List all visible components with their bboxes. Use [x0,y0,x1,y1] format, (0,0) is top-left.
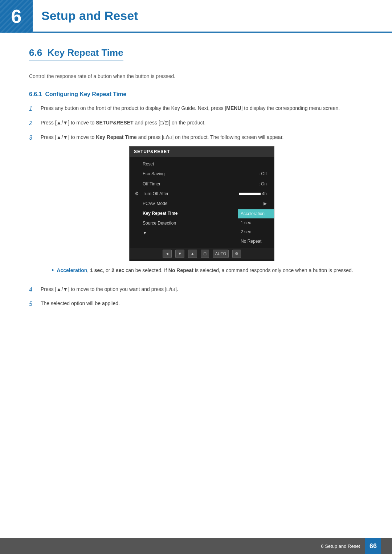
menu-title-bar: SETUP&RESET [130,147,274,157]
subsection-heading: 6.6.1 Configuring Key Repeat Time [29,91,363,98]
gear-icon: ⚙ [135,190,139,198]
btn-left: ◄ [163,250,172,258]
step-2: 2 Press [▲/▼] to move to SETUP&RESET and… [29,119,363,128]
page-footer: 6 Setup and Reset 66 [0,538,392,554]
menu-screenshot: SETUP&RESET Reset Eco Saving : Off Off T… [129,146,274,261]
submenu-option-1sec: 1 sec [238,218,274,227]
page-number: 66 [365,538,381,554]
menu-item-eco: Eco Saving : Off [130,169,274,179]
menu-bottom-bar: ◄ ▼ ▲ ⊡ AUTO ⚙ [130,248,274,260]
step-4: 4 Press [▲/▼] to move to the option you … [29,285,363,295]
menu-item-sourcedetect: Source Detection [130,218,238,228]
btn-up: ▲ [188,250,197,258]
btn-down: ▼ [175,250,184,258]
bullet-section: • Acceleration, 1 sec, or 2 sec can be s… [52,266,363,275]
chapter-number: 6 [11,5,22,27]
bullet-item: • Acceleration, 1 sec, or 2 sec can be s… [52,266,363,275]
steps-list: 1 Press any button on the front of the p… [29,104,363,309]
chapter-number-block: 6 [0,0,33,33]
btn-enter: ⊡ [201,250,209,258]
menu-item-more: ▼ [130,228,238,238]
footer-text: 6 Setup and Reset [321,543,360,549]
menu-item-pcav: PC/AV Mode ▶ [130,199,274,209]
chapter-header: 6 Setup and Reset [0,0,392,33]
chapter-title: Setup and Reset [41,9,138,23]
menu-item-reset: Reset [130,159,274,169]
menu-item-turnoff: ⚙ Turn Off After : 4h [130,189,274,199]
menu-items: Reset Eco Saving : Off Off Timer : On ⚙ [130,157,274,248]
menu-item-keyrepeat-row: Key Repeat Time Source Detection ▼ [130,209,274,246]
submenu-option-2sec: 2 sec [238,227,274,237]
step-5: 5 The selected option will be applied. [29,299,363,309]
btn-auto: AUTO [213,250,229,258]
step-1: 1 Press any button on the front of the p… [29,104,363,114]
menu-item-keyrepeat: Key Repeat Time [130,209,238,218]
menu-item-offtimer: Off Timer : On [130,179,274,189]
section-description: Control the response rate of a button wh… [29,72,363,80]
main-content: 6.6 Key Repeat Time Control the response… [0,47,392,343]
submenu-option-norepeat: No Repeat [238,237,274,246]
menu-submenu: Acceleration 1 sec 2 sec No Repeat [238,209,274,246]
section-heading: 6.6 Key Repeat Time [29,47,123,61]
step-3: 3 Press [▲/▼] to move to Key Repeat Time… [29,133,363,280]
submenu-option-acceleration: Acceleration [238,209,274,218]
arrow-icon: ▶ [264,200,267,207]
btn-settings: ⚙ [232,250,241,258]
chapter-title-block: Setup and Reset [33,0,392,33]
